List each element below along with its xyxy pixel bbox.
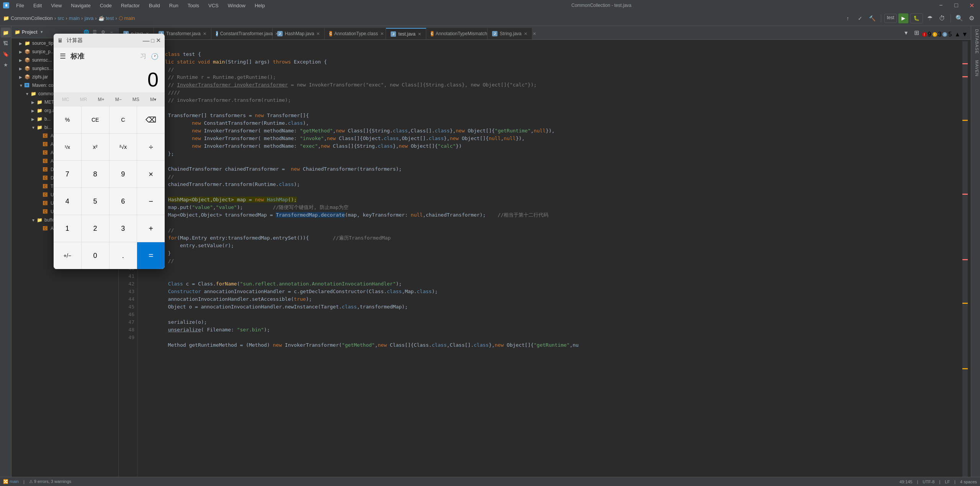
calc-mem-mdrop[interactable]: M▾ bbox=[147, 95, 159, 104]
calc-btn-reciprocal[interactable]: ¹/x bbox=[54, 134, 81, 160]
tab-overflow-btn[interactable]: ▾ bbox=[901, 27, 911, 38]
minimize-button[interactable]: − bbox=[936, 0, 946, 11]
calc-btn-ce[interactable]: CE bbox=[82, 106, 109, 133]
menu-run[interactable]: Run bbox=[167, 2, 181, 9]
status-warnings[interactable]: ⚠ 9 errors, 3 warnings bbox=[29, 479, 71, 484]
calc-btn-multiply[interactable]: × bbox=[137, 161, 165, 188]
tab-split-btn[interactable]: ⊞ bbox=[911, 27, 922, 38]
calc-btn-percent[interactable]: % bbox=[54, 106, 81, 133]
menu-code[interactable]: Code bbox=[98, 2, 114, 9]
menu-window[interactable]: Window bbox=[226, 2, 248, 9]
tab-close-btn[interactable]: ✕ bbox=[316, 31, 320, 36]
build-button[interactable]: 🔨 bbox=[867, 13, 878, 24]
vcs-commit-button[interactable]: ✓ bbox=[855, 13, 865, 24]
structure-panel-toggle[interactable]: 🏗 bbox=[1, 38, 11, 48]
maximize-button[interactable]: □ bbox=[951, 0, 962, 11]
calc-menu-btn[interactable]: ☰ bbox=[58, 51, 67, 62]
tab-annotation-mismatch[interactable]: C AnnotationTypeMismatchExceptionProxy.c… bbox=[426, 28, 488, 39]
menu-view[interactable]: View bbox=[49, 2, 64, 9]
calc-btn-7[interactable]: 7 bbox=[54, 161, 81, 188]
menu-vcs[interactable]: VCS bbox=[206, 2, 221, 9]
calc-btn-5[interactable]: 5 bbox=[82, 188, 109, 215]
calc-btn-6[interactable]: 6 bbox=[110, 188, 137, 215]
error-marker-2 bbox=[962, 76, 968, 77]
calc-btn-1[interactable]: 1 bbox=[54, 215, 81, 242]
menu-tools[interactable]: Tools bbox=[185, 2, 201, 9]
tab-label: test.java bbox=[398, 31, 416, 37]
status-encoding[interactable]: UTF-8 bbox=[923, 479, 934, 484]
breadcrumb-java[interactable]: java bbox=[84, 15, 93, 21]
bookmarks-toggle[interactable]: 🔖 bbox=[1, 49, 11, 59]
breadcrumb-main[interactable]: main bbox=[69, 15, 80, 21]
calc-mem-mplus[interactable]: M+ bbox=[95, 95, 108, 104]
menu-build[interactable]: Build bbox=[147, 2, 162, 9]
menu-refactor[interactable]: Refactor bbox=[119, 2, 142, 9]
calc-btn-4[interactable]: 4 bbox=[54, 188, 81, 215]
profile-button[interactable]: ⏱ bbox=[937, 13, 947, 24]
arrow-up-btn[interactable]: ▲ bbox=[954, 31, 960, 38]
calc-maximize-btn[interactable]: □ bbox=[151, 38, 154, 43]
calc-mem-ms[interactable]: MS bbox=[129, 95, 142, 104]
tab-close-btn[interactable]: ✕ bbox=[380, 31, 384, 36]
status-indent[interactable]: 4 spaces bbox=[960, 479, 977, 484]
close-button[interactable]: ✕ bbox=[966, 0, 977, 11]
arrow-down-btn[interactable]: ▼ bbox=[962, 31, 968, 38]
calc-btn-clear[interactable]: C bbox=[110, 106, 137, 133]
calc-btn-minus[interactable]: − bbox=[137, 188, 165, 215]
code-content[interactable]: public class test { public static void m… bbox=[138, 40, 971, 477]
status-line-ending[interactable]: LF bbox=[945, 479, 950, 484]
calc-history-btn[interactable]: 🕐 bbox=[149, 51, 160, 62]
calc-close-btn[interactable]: ✕ bbox=[156, 38, 161, 44]
debug-button[interactable]: 🐛 bbox=[910, 13, 923, 23]
calc-btn-negate[interactable]: +/− bbox=[54, 242, 81, 269]
calc-btn-square[interactable]: x² bbox=[82, 134, 109, 160]
menu-edit[interactable]: Edit bbox=[31, 2, 44, 9]
scroll-track[interactable] bbox=[962, 41, 968, 477]
tab-close-btn[interactable]: ✕ bbox=[533, 31, 536, 36]
vcs-update-button[interactable]: ↑ bbox=[843, 13, 853, 24]
tab-test-java[interactable]: J test.java ✕ bbox=[386, 28, 426, 39]
tab-hashmap[interactable]: J HashMap.java ✕ bbox=[273, 28, 325, 39]
menu-navigate[interactable]: Navigate bbox=[69, 2, 93, 9]
calc-mem-mc[interactable]: MC bbox=[59, 95, 72, 104]
calc-btn-0[interactable]: 0 bbox=[82, 242, 109, 269]
breadcrumb-main-method[interactable]: ⬡ main bbox=[119, 15, 135, 21]
code-editor[interactable]: 40 41 42 43 44 45 46 47 48 49 public cla… bbox=[119, 40, 971, 477]
coverage-button[interactable]: ☂ bbox=[924, 13, 935, 24]
database-panel-label[interactable]: Database bbox=[971, 26, 980, 57]
calc-btn-backspace[interactable]: ⌫ bbox=[137, 106, 165, 133]
breadcrumb-src[interactable]: src bbox=[57, 15, 64, 21]
status-git[interactable]: 🔀 main bbox=[3, 479, 19, 484]
calc-btn-3[interactable]: 3 bbox=[110, 215, 137, 242]
settings-button[interactable]: ⚙ bbox=[966, 13, 977, 24]
calc-btn-8[interactable]: 8 bbox=[82, 161, 109, 188]
calc-btn-sqrt[interactable]: ²√x bbox=[110, 134, 137, 160]
calc-btn-equals[interactable]: = bbox=[137, 242, 165, 269]
calc-btn-9[interactable]: 9 bbox=[110, 161, 137, 188]
menu-help[interactable]: Help bbox=[252, 2, 267, 9]
tab-annotation-type[interactable]: C AnnotationType.class ✕ bbox=[325, 28, 386, 39]
tab-constant-transformer[interactable]: J ConstantTransformer.java ✕ bbox=[211, 28, 273, 39]
run-button[interactable]: ▶ bbox=[898, 13, 908, 23]
tab-close-btn[interactable]: ✕ bbox=[203, 31, 206, 36]
calc-btn-plus[interactable]: + bbox=[137, 215, 165, 242]
calc-btn-2[interactable]: 2 bbox=[82, 215, 109, 242]
tab-string-java[interactable]: J String.java ✕ bbox=[488, 28, 532, 39]
tab-close-btn[interactable]: ✕ bbox=[418, 32, 421, 37]
calc-mem-mminus[interactable]: M− bbox=[112, 95, 125, 104]
calc-minimize-btn[interactable]: — bbox=[143, 37, 150, 44]
tab-close-btn[interactable]: ✕ bbox=[275, 31, 278, 36]
calc-btn-decimal[interactable]: . bbox=[110, 242, 137, 269]
project-panel-toggle[interactable]: 📁 bbox=[1, 28, 11, 38]
maven-panel-label[interactable]: Maven bbox=[971, 57, 980, 80]
run-config-selector[interactable]: test bbox=[884, 14, 897, 23]
breadcrumb-test-folder[interactable]: ☕ test bbox=[98, 15, 114, 21]
search-everywhere-button[interactable]: 🔍 bbox=[954, 13, 965, 24]
panel-title: Project bbox=[22, 29, 38, 35]
calc-btn-divide[interactable]: ÷ bbox=[137, 134, 165, 160]
calc-mem-mr[interactable]: MR bbox=[77, 95, 90, 104]
breadcrumb-project[interactable]: CommonCollection bbox=[11, 15, 53, 21]
favorites-toggle[interactable]: ★ bbox=[1, 60, 11, 70]
tab-close-btn[interactable]: ✕ bbox=[524, 31, 527, 36]
menu-file[interactable]: File bbox=[14, 2, 26, 9]
